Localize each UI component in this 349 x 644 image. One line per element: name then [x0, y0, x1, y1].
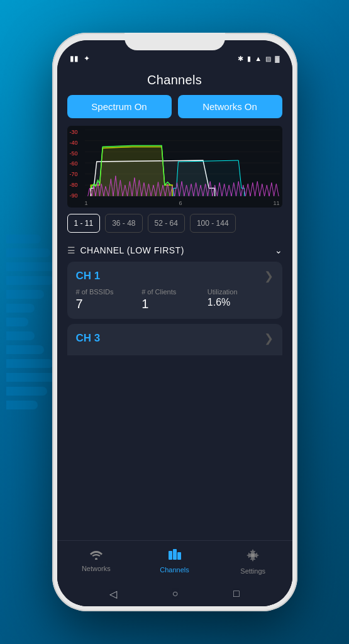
channel-arrow-ch3[interactable]: ❯ — [264, 331, 274, 345]
clients-value: 1 — [141, 297, 208, 311]
channel-card-header: CH 1 ❯ — [76, 269, 274, 283]
networks-toggle[interactable]: Networks On — [178, 95, 282, 118]
bluetooth-icon: ✱ — [238, 55, 243, 63]
status-left: ▮▮ ✦ — [70, 54, 90, 63]
x-label-1: 1 — [85, 200, 88, 206]
chart-area — [85, 130, 280, 196]
networks-icon — [89, 548, 103, 563]
y-label-50: -50 — [70, 151, 78, 157]
channel-card-header-ch3: CH 3 ❯ — [76, 331, 274, 345]
channel-name-ch1: CH 1 — [76, 270, 101, 282]
bottom-nav: Networks Channels — [57, 540, 292, 581]
channels-icon — [168, 548, 182, 564]
svg-point-11 — [251, 553, 255, 557]
svg-rect-8 — [169, 551, 172, 560]
utilization-value: 1.6% — [208, 297, 274, 308]
phone-notch — [125, 33, 225, 50]
phone-frame: ▮▮ ✦ ✱ ▮ ▲ ▨ ▓ Channels Spectrum On Netw… — [52, 33, 297, 611]
svg-rect-10 — [177, 552, 181, 560]
svg-rect-9 — [173, 549, 177, 560]
status-right: ✱ ▮ ▲ ▨ ▓ — [238, 55, 279, 63]
sort-icon: ☰ — [67, 245, 75, 255]
y-label-30: -30 — [70, 130, 78, 135]
chart-x-labels: 1 6 11 — [85, 200, 280, 206]
app-header: Channels — [57, 68, 292, 95]
bssids-label: # of BSSIDs — [76, 288, 142, 296]
channels-list: CH 1 ❯ # of BSSIDs 7 # of Clients 1 — [57, 262, 292, 540]
back-button[interactable]: ◁ — [109, 588, 117, 600]
bssids-col: # of BSSIDs 7 — [76, 288, 142, 311]
settings-icon — [246, 548, 260, 565]
settings-nav-label: Settings — [240, 567, 265, 575]
networks-nav-label: Networks — [82, 565, 111, 572]
tab-36-48[interactable]: 36 - 48 — [105, 214, 142, 233]
background-decoration — [0, 222, 60, 422]
y-label-80: -80 — [70, 182, 78, 188]
spectrum-toggle[interactable]: Spectrum On — [67, 95, 172, 118]
channel-tabs: 1 - 11 36 - 48 52 - 64 100 - 144 — [57, 208, 292, 239]
y-label-40: -40 — [70, 140, 78, 146]
android-bar: ◁ ○ □ — [57, 581, 292, 606]
bssids-value: 7 — [76, 297, 142, 311]
channel-name-ch3: CH 3 — [76, 332, 101, 345]
utilization-col: Utilization 1.6% — [208, 288, 274, 311]
channel-stats-ch1: # of BSSIDs 7 # of Clients 1 Utilization… — [76, 288, 274, 311]
channel-card-ch1[interactable]: CH 1 ❯ # of BSSIDs 7 # of Clients 1 — [67, 262, 282, 319]
nav-item-networks[interactable]: Networks — [57, 546, 136, 577]
toggle-row: Spectrum On Networks On — [57, 95, 292, 118]
recents-button[interactable]: □ — [233, 588, 240, 599]
page-title: Channels — [147, 73, 202, 87]
app-content: Channels Spectrum On Networks On -30 -40… — [57, 68, 292, 606]
sort-row[interactable]: ☰ CHANNEL (LOW FIRST) ⌄ — [57, 239, 292, 262]
tab-52-64[interactable]: 52 - 64 — [148, 214, 185, 233]
battery-alert-icon: ▨ — [265, 55, 271, 62]
star-icon: ✦ — [84, 54, 90, 63]
x-label-6: 6 — [179, 200, 182, 206]
vibrate-icon: ▮ — [247, 55, 251, 63]
utilization-label: Utilization — [208, 288, 274, 296]
nav-item-settings[interactable]: Settings — [214, 546, 292, 577]
nav-item-channels[interactable]: Channels — [135, 546, 214, 577]
spectrum-chart: -30 -40 -50 -60 -70 -80 -90 — [67, 126, 282, 208]
spectrum-svg — [85, 130, 280, 196]
channel-arrow-ch1[interactable]: ❯ — [264, 269, 274, 283]
camera-icon: ▮▮ — [70, 54, 79, 63]
tab-1-11[interactable]: 1 - 11 — [67, 214, 101, 233]
y-label-90: -90 — [70, 193, 78, 199]
clients-col: # of Clients 1 — [141, 288, 208, 311]
wifi-icon: ▲ — [255, 55, 262, 62]
channels-nav-label: Channels — [160, 566, 189, 574]
svg-point-7 — [95, 558, 97, 560]
battery-icon: ▓ — [275, 55, 279, 62]
y-label-70: -70 — [70, 172, 78, 177]
chevron-down-icon: ⌄ — [275, 245, 282, 255]
sort-label: CHANNEL (LOW FIRST) — [80, 245, 270, 255]
clients-label: # of Clients — [141, 288, 208, 296]
y-label-60: -60 — [70, 161, 78, 167]
phone-screen: ▮▮ ✦ ✱ ▮ ▲ ▨ ▓ Channels Spectrum On Netw… — [57, 40, 292, 606]
home-button[interactable]: ○ — [172, 588, 179, 599]
chart-y-labels: -30 -40 -50 -60 -70 -80 -90 — [70, 130, 78, 199]
channel-card-ch3[interactable]: CH 3 ❯ — [67, 324, 282, 355]
x-label-11: 11 — [273, 200, 279, 206]
tab-100-144[interactable]: 100 - 144 — [190, 214, 236, 233]
